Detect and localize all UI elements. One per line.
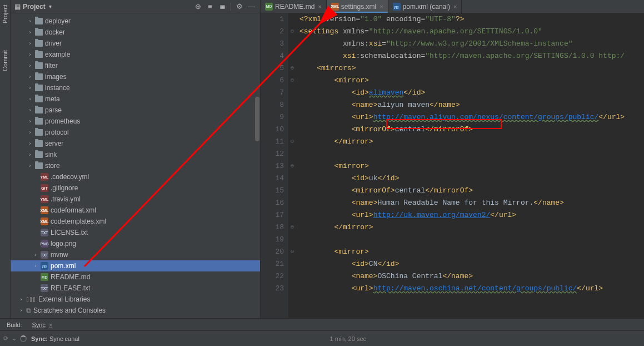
code-line[interactable]: <?xml version="1.0" encoding="UTF-8"?> <box>299 13 644 26</box>
chevron-down-icon[interactable]: ⌄ <box>12 335 17 342</box>
fold-marker[interactable] <box>288 38 296 50</box>
code-line[interactable]: <id>alimaven</id> <box>299 87 644 99</box>
scratches-consoles[interactable]: ›⧉Scratches and Consoles <box>11 305 260 316</box>
tree-file[interactable]: ›mpom.xml <box>11 260 260 271</box>
restart-icon[interactable]: ⟳ <box>3 335 8 342</box>
editor-tab[interactable]: XMLsettings.xml× <box>327 0 388 13</box>
close-icon[interactable]: × <box>318 3 321 10</box>
code-line[interactable]: <mirror> <box>299 246 644 258</box>
tree-folder[interactable]: ›meta <box>11 93 260 105</box>
chevron-right-icon[interactable]: › <box>27 141 33 146</box>
fold-marker[interactable]: ⊖ <box>288 160 296 172</box>
chevron-right-icon[interactable]: › <box>18 296 24 302</box>
tree-file[interactable]: TXTRELEASE.txt <box>11 283 260 294</box>
line-number[interactable]: 7 <box>261 87 284 99</box>
code-line[interactable]: <url>http://maven.oschina.net/content/gr… <box>299 283 644 295</box>
code-line[interactable]: <name>aliyun maven</name> <box>299 99 644 111</box>
tree-file[interactable]: MDREADME.md <box>11 271 260 283</box>
fold-marker[interactable] <box>288 185 296 197</box>
fold-marker[interactable]: ⊖ <box>288 136 296 148</box>
line-number[interactable]: 4 <box>261 50 284 62</box>
fold-marker[interactable] <box>288 148 296 160</box>
chevron-right-icon[interactable]: › <box>27 74 33 80</box>
line-number[interactable]: 10 <box>261 123 284 136</box>
line-number[interactable]: 1 <box>261 13 284 26</box>
tree-folder[interactable]: ›parse <box>11 105 260 116</box>
fold-marker[interactable] <box>288 283 296 295</box>
fold-marker[interactable] <box>288 111 296 123</box>
chevron-right-icon[interactable]: › <box>27 29 33 35</box>
tree-file[interactable]: XMLcodetemplates.xml <box>11 216 260 227</box>
editor-tab[interactable]: MDREADME.md× <box>261 0 327 13</box>
chevron-right-icon[interactable]: › <box>27 163 33 169</box>
tree-folder[interactable]: ›sink <box>11 149 260 160</box>
line-number[interactable]: 17 <box>261 209 284 221</box>
tree-file[interactable]: TXTLICENSE.txt <box>11 227 260 238</box>
gear-icon[interactable]: ⚙ <box>234 2 244 12</box>
fold-marker[interactable]: ⊖ <box>288 62 296 75</box>
line-number[interactable]: 13 <box>261 160 284 172</box>
line-number[interactable]: 19 <box>261 234 284 246</box>
chevron-right-icon[interactable]: › <box>33 263 38 269</box>
chevron-right-icon[interactable]: › <box>27 52 33 57</box>
line-number[interactable]: 12 <box>261 148 284 160</box>
fold-marker[interactable]: ⊖ <box>288 246 296 258</box>
fold-marker[interactable] <box>288 258 296 270</box>
tree-folder[interactable]: ›images <box>11 71 260 82</box>
line-number[interactable]: 2 <box>261 26 284 38</box>
line-number[interactable]: 18 <box>261 221 284 234</box>
sync-status-row[interactable]: Sync: Sync canal <box>31 335 326 342</box>
tree-folder[interactable]: ›server <box>11 138 260 149</box>
tree-folder[interactable]: ›filter <box>11 60 260 71</box>
tree-file[interactable]: PNGlogo.png <box>11 238 260 249</box>
code-line[interactable]: <mirrorOf>central</mirrorOf> <box>299 185 644 197</box>
chevron-right-icon[interactable]: › <box>33 252 38 258</box>
line-number[interactable]: 5 <box>261 62 284 75</box>
fold-marker[interactable]: ⊖ <box>288 75 296 87</box>
line-number[interactable]: 16 <box>261 197 284 209</box>
code-line[interactable]: xsi:schemaLocation="http://maven.apache.… <box>299 50 644 62</box>
code-line[interactable] <box>299 234 644 246</box>
fold-marker[interactable] <box>288 99 296 111</box>
chevron-right-icon[interactable]: › <box>27 18 33 24</box>
chevron-right-icon[interactable]: › <box>27 118 33 124</box>
code-line[interactable]: <id>uk</id> <box>299 172 644 185</box>
fold-marker[interactable] <box>288 234 296 246</box>
fold-marker[interactable]: ⊖ <box>288 26 296 38</box>
chevron-right-icon[interactable]: › <box>27 63 33 68</box>
code-line[interactable]: <name>Human Readable Name for this Mirro… <box>299 197 644 209</box>
collapse-all-icon[interactable]: ≣ <box>217 2 227 12</box>
close-icon[interactable]: × <box>49 322 52 328</box>
tree-folder[interactable]: ›example <box>11 49 260 60</box>
line-number[interactable]: 15 <box>261 185 284 197</box>
tree-file[interactable]: GIT.gitignore <box>11 182 260 194</box>
fold-gutter[interactable]: ⊖⊖⊖⊖⊖⊖⊖ <box>288 13 296 318</box>
line-number[interactable]: 3 <box>261 38 284 50</box>
side-tab-project[interactable]: Project <box>1 2 9 26</box>
line-number-gutter[interactable]: 1234567891011121314151617181920212223 <box>261 13 288 318</box>
chevron-down-icon[interactable]: ▾ <box>49 3 52 9</box>
tree-file[interactable]: ›TXTmvnw <box>11 249 260 260</box>
chevron-right-icon[interactable]: › <box>27 41 33 46</box>
fold-marker[interactable] <box>288 197 296 209</box>
code-line[interactable]: <mirror> <box>299 160 644 172</box>
line-number[interactable]: 8 <box>261 99 284 111</box>
fold-marker[interactable] <box>288 172 296 185</box>
side-tab-commit[interactable]: Commit <box>1 48 9 73</box>
fold-marker[interactable] <box>288 87 296 99</box>
code-line[interactable]: <url>http://maven.aliyun.com/nexus/conte… <box>299 111 644 123</box>
code-line[interactable]: <mirror> <box>299 75 644 87</box>
tree-folder[interactable]: ›prometheus <box>11 116 260 127</box>
chevron-right-icon[interactable]: › <box>27 130 33 135</box>
close-icon[interactable]: × <box>380 3 383 10</box>
tree-folder[interactable]: ›instance <box>11 82 260 93</box>
tree-folder[interactable]: ›driver <box>11 38 260 49</box>
code-line[interactable] <box>299 148 644 160</box>
tree-folder[interactable]: ›deployer <box>11 16 260 27</box>
fold-marker[interactable] <box>288 270 296 283</box>
fold-marker[interactable] <box>288 123 296 136</box>
line-number[interactable]: 21 <box>261 258 284 270</box>
code-area[interactable]: <?xml version="1.0" encoding="UTF-8"?><s… <box>296 13 644 318</box>
line-number[interactable]: 22 <box>261 270 284 283</box>
external-libraries[interactable]: ›⫿⫿⫿External Libraries <box>11 294 260 305</box>
